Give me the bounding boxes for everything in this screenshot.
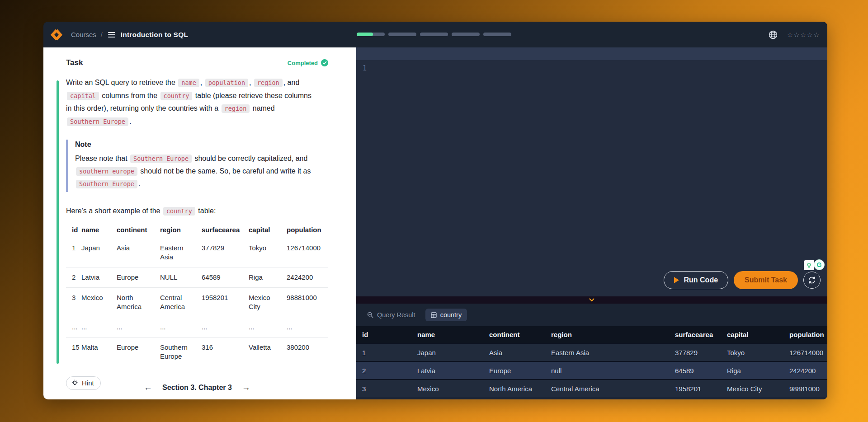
next-chapter-arrow[interactable]: → [242,383,250,392]
tab-country[interactable]: country [425,309,467,321]
tab-query-result[interactable]: Query Result [362,309,421,321]
table-cell: null [545,361,669,380]
table-cell: Asia [483,343,545,361]
panel-collapse-divider[interactable] [356,296,827,304]
column-header: name [411,326,483,343]
column-header: region [545,326,669,343]
code-editor[interactable]: 1 G Run Code [356,60,827,296]
task-description: Write an SQL query to retrieve the name,… [66,76,316,128]
globe-icon[interactable] [768,30,778,40]
inline-code-chip: region [222,104,250,113]
table-cell: 377829 [202,238,249,267]
task-panel-scrollbar[interactable] [57,80,59,364]
table-cell: ... [249,317,287,337]
table-cell: 64589 [202,267,249,287]
inline-code-chip: region [254,79,283,87]
breadcrumb-courses[interactable]: Courses [71,31,96,38]
inline-code-chip: southern europe [76,167,137,176]
result-table-header: idnamecontinentregionsurfaceareacapitalp… [356,326,827,343]
table-row: 1JapanAsiaEastern Asia377829Tokyo1267140… [356,343,827,361]
table-cell: Tokyo [721,343,783,361]
table-cell: Latvia [81,267,117,287]
table-row: 2LatviaEuropeNULL64589Riga2424200 [66,267,328,287]
progress-segment [483,33,511,36]
inline-code-chip: Southern Europe [130,155,192,163]
inline-code-chip: Southern Europe [67,117,128,126]
table-cell: 3 [66,287,81,317]
column-header: id [66,224,81,238]
column-header: region [160,224,202,238]
check-circle-icon [321,59,328,66]
column-header: capital [249,224,287,238]
course-rating-stars[interactable]: ☆☆☆☆☆ [787,32,819,38]
chapters-menu-icon[interactable] [108,32,115,38]
table-row: 2LatviaEuropenull64589Riga2424200 [356,361,827,380]
editor-line-number: 1 [363,64,367,72]
chevron-down-icon [589,298,594,302]
run-code-button[interactable]: Run Code [664,271,729,289]
play-icon [674,277,679,283]
breadcrumb-separator: / [101,31,103,38]
chapter-navigation: ← Section 3. Chapter 3 → [66,383,328,392]
table-cell: Tokyo [249,238,287,267]
table-cell: 64589 [669,361,721,380]
course-title: Introduction to SQL [121,31,188,39]
table-cell: Japan [411,343,483,361]
partial-next-row [356,398,827,399]
table-cell: NULL [160,267,202,287]
table-cell: 126714000 [287,238,328,267]
table-cell: 15 [66,337,81,366]
column-header: population [287,224,328,238]
table-cell: North America [117,287,160,317]
refresh-icon [808,276,816,284]
table-cell: 2 [66,267,81,287]
column-header: name [81,224,117,238]
inline-code-chip: name [178,79,199,87]
star-icon[interactable]: ☆ [813,32,819,38]
reset-code-button[interactable] [803,272,821,289]
star-icon[interactable]: ☆ [807,32,813,38]
star-icon[interactable]: ☆ [794,32,800,38]
table-cell: Asia [117,238,160,267]
table-cell: 3 [356,380,411,398]
example-country-table: idnamecontinentregionsurfaceareacapitalp… [66,224,328,366]
column-header: population [783,326,827,343]
table-cell: 126714000 [783,343,827,361]
table-cell: 98881000 [287,287,328,317]
table-row: 3MexicoNorth AmericaCentral America19582… [356,380,827,398]
submit-task-button[interactable]: Submit Task [734,271,798,289]
table-cell: 2424200 [287,267,328,287]
prev-chapter-arrow[interactable]: ← [144,383,152,392]
table-row: 15MaltaEuropeSouthern Europe316Valletta3… [66,337,328,366]
code-workspace: 1 G Run Code [356,47,827,399]
chapter-progress-bars [357,33,511,36]
table-cell: 98881000 [783,380,827,398]
column-header: continent [483,326,545,343]
column-header: id [356,326,411,343]
table-cell: Central America [160,287,202,317]
table-cell: Europe [117,267,160,287]
extension-lightbulb-badge[interactable] [804,260,814,270]
star-icon[interactable]: ☆ [787,32,793,38]
table-cell: Eastern Asia [160,238,202,267]
table-cell: Riga [249,267,287,287]
table-cell: Mexico [411,380,483,398]
star-icon[interactable]: ☆ [800,32,806,38]
editor-top-strip [356,47,827,60]
table-cell: 1958201 [669,380,721,398]
inline-code-chip: Southern Europe [76,180,137,188]
table-cell: Europe [483,361,545,380]
grammarly-badge[interactable]: G [814,259,825,270]
column-header: capital [721,326,783,343]
inline-code-chip: population [205,79,248,87]
top-navbar: Courses / Introduction to SQL ☆☆☆☆☆ [43,22,827,47]
table-cell: 1 [356,343,411,361]
table-cell: ... [117,317,160,337]
codefinity-logo-icon[interactable] [50,28,63,42]
inline-code-chip: country [163,207,195,216]
task-heading: Task [66,58,83,67]
inline-code-chip: country [160,92,193,100]
note-callout: Note Please note that Southern Europe sh… [66,140,328,192]
table-cell: ... [287,317,328,337]
table-cell: 316 [202,337,249,366]
